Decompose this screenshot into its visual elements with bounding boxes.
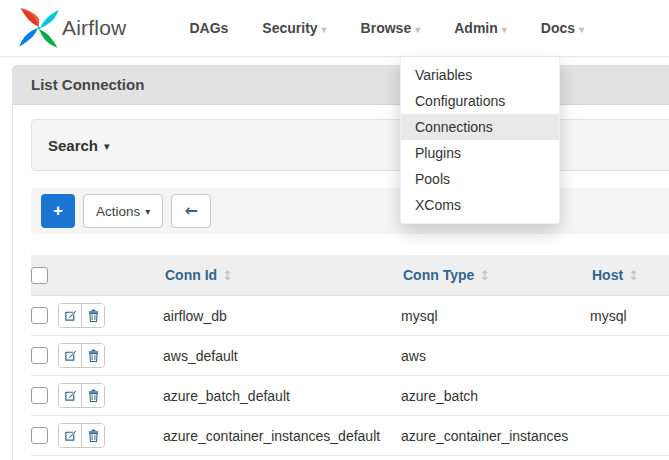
menu-item-variables[interactable]: Variables [401, 62, 559, 88]
delete-button[interactable] [81, 304, 104, 327]
edit-button[interactable] [59, 384, 81, 407]
delete-button[interactable] [81, 384, 104, 407]
caret-down-icon: ▾ [145, 206, 150, 217]
row-select-checkbox[interactable] [31, 387, 48, 404]
search-toggle[interactable]: Search ▾ [31, 119, 669, 171]
cell-conn-id: azure_container_instances_default [161, 428, 399, 444]
menu-item-configurations[interactable]: Configurations [401, 88, 559, 114]
nav-item-docs[interactable]: Docs ▾ [524, 0, 601, 56]
row-actions [58, 423, 105, 448]
nav-item-label: Browse [361, 20, 412, 36]
edit-icon [64, 309, 77, 322]
airflow-app: Airflow DAGs Security ▾ Browse ▾ Admin ▾… [0, 0, 669, 460]
caret-down-icon: ▾ [415, 24, 420, 35]
nav-item-security[interactable]: Security ▾ [245, 0, 343, 56]
trash-icon [88, 309, 99, 322]
sort-icon: ↕ [479, 268, 490, 283]
menu-item-plugins[interactable]: Plugins [401, 140, 559, 166]
edit-button[interactable] [59, 344, 81, 367]
menu-item-connections[interactable]: Connections [401, 114, 559, 140]
delete-button[interactable] [81, 344, 104, 367]
column-header-host[interactable]: Host ↕ [588, 267, 669, 283]
cell-host: mysql [588, 308, 669, 324]
delete-button[interactable] [81, 424, 104, 447]
arrow-left-icon: ← [185, 203, 198, 219]
column-header-conn-type[interactable]: Conn Type ↕ [399, 267, 588, 283]
cell-conn-id: airflow_db [161, 308, 399, 324]
list-connection-panel: List Connection Search ▾ + Actions ▾ ← [12, 65, 669, 460]
sort-icon: ↕ [222, 268, 233, 283]
row-actions [58, 383, 105, 408]
table-row: azure_container_instances_default azure_… [31, 416, 669, 456]
row-select-checkbox[interactable] [31, 307, 48, 324]
trash-icon [88, 349, 99, 362]
actions-button[interactable]: Actions ▾ [83, 194, 163, 228]
nav-item-label: DAGs [189, 20, 228, 36]
sort-icon: ↕ [628, 268, 639, 283]
nav-item-label: Docs [541, 20, 575, 36]
row-actions [58, 343, 105, 368]
menu-item-pools[interactable]: Pools [401, 166, 559, 192]
nav-item-label: Admin [454, 20, 498, 36]
actions-button-label: Actions [96, 204, 140, 219]
caret-down-icon: ▾ [502, 24, 507, 35]
cell-conn-id: azure_batch_default [161, 388, 399, 404]
column-header-label: Host [592, 267, 623, 283]
page-title: List Connection [31, 76, 144, 93]
search-label: Search [48, 137, 98, 154]
edit-button[interactable] [59, 424, 81, 447]
admin-dropdown-menu: Variables Configurations Connections Plu… [400, 57, 560, 224]
navbar: Airflow DAGs Security ▾ Browse ▾ Admin ▾… [0, 0, 669, 57]
table-row: azure_batch_default azure_batch [31, 376, 669, 416]
column-header-label: Conn Type [403, 267, 474, 283]
cell-conn-type: azure_container_instances [399, 428, 588, 444]
toolbar: + Actions ▾ ← [31, 188, 669, 234]
trash-icon [88, 389, 99, 402]
nav-item-admin[interactable]: Admin ▾ [437, 0, 524, 56]
caret-down-icon: ▾ [579, 24, 584, 35]
connections-table: Conn Id ↕ Conn Type ↕ Host ↕ [31, 255, 669, 460]
row-select-checkbox[interactable] [31, 427, 48, 444]
add-connection-button[interactable]: + [41, 194, 75, 228]
table-header-row: Conn Id ↕ Conn Type ↕ Host ↕ [31, 255, 669, 296]
column-header-conn-id[interactable]: Conn Id ↕ [161, 267, 399, 283]
edit-icon [64, 349, 77, 362]
panel-heading: List Connection [13, 66, 669, 105]
caret-down-icon: ▾ [104, 140, 110, 153]
airflow-logo-icon [18, 7, 60, 49]
cell-conn-id: aws_default [161, 348, 399, 364]
cell-conn-type: aws [399, 348, 588, 364]
column-header-label: Conn Id [165, 267, 217, 283]
edit-icon [64, 389, 77, 402]
edit-button[interactable] [59, 304, 81, 327]
row-select-checkbox[interactable] [31, 347, 48, 364]
nav-item-label: Security [262, 20, 317, 36]
nav-item-dags[interactable]: DAGs [172, 0, 245, 56]
edit-icon [64, 429, 77, 442]
plus-icon: + [53, 202, 63, 219]
table-row: aws_default aws [31, 336, 669, 376]
table-row: airflow_db mysql mysql [31, 296, 669, 336]
brand-label: Airflow [62, 16, 126, 40]
panel-body: Search ▾ + Actions ▾ ← [13, 105, 669, 460]
nav-menu: DAGs Security ▾ Browse ▾ Admin ▾ Docs ▾ [172, 0, 601, 56]
row-actions [58, 303, 105, 328]
cell-conn-type: mysql [399, 308, 588, 324]
back-button[interactable]: ← [171, 194, 211, 228]
nav-item-browse[interactable]: Browse ▾ [344, 0, 438, 56]
caret-down-icon: ▾ [322, 24, 327, 35]
cell-conn-type: azure_batch [399, 388, 588, 404]
brand[interactable]: Airflow [18, 7, 126, 49]
select-all-checkbox[interactable] [31, 267, 48, 284]
table-row [31, 456, 669, 460]
trash-icon [88, 429, 99, 442]
menu-item-xcoms[interactable]: XComs [401, 192, 559, 218]
